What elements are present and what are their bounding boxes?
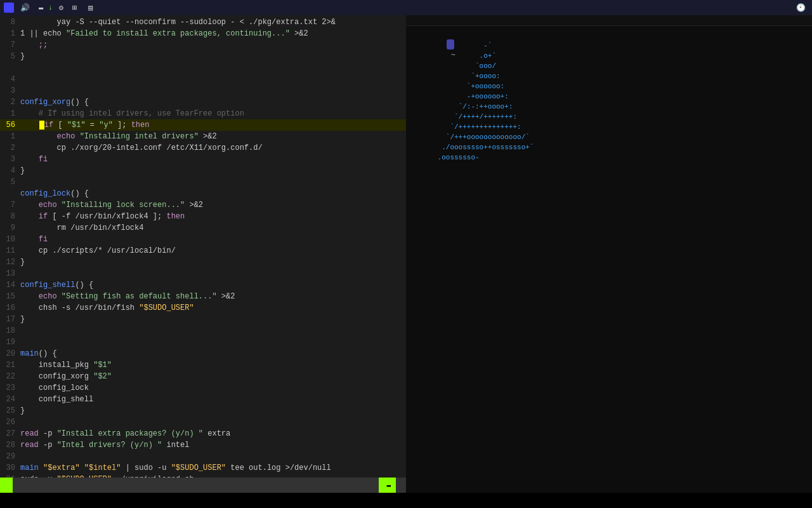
editor-pct: ▬ xyxy=(379,478,396,493)
table-row: 27 read -p "Install extra packages? (y/n… xyxy=(0,428,406,439)
table-row: 2 config_xorg() { xyxy=(0,97,406,108)
table-row: 11 cp ./scripts/* /usr/local/bin/ xyxy=(0,245,406,257)
battery-arrow: ↓ xyxy=(48,4,53,11)
volume-icon: 🔊 xyxy=(20,3,30,13)
table-row: 13 xyxy=(0,268,406,279)
cpu-icon: ⚙ xyxy=(59,3,63,13)
terminal-content[interactable]: ~ -` .o+` `ooo/ `+oooo: `+oooooo: -+oooo… xyxy=(406,26,812,493)
table-row: · config_lock() { xyxy=(0,188,406,199)
topbar: 🔊 ▬ ↓ ⚙ ⊞ ▤ 🕙 xyxy=(0,0,812,15)
table-row: 1 # If using intel drivers, use TearFree… xyxy=(0,108,406,119)
statusbar: ▬ xyxy=(0,478,406,493)
table-row: 25 } xyxy=(0,405,406,417)
table-row: 19 xyxy=(0,337,406,348)
net-segment: ⊞ xyxy=(72,3,82,13)
table-row: 10 fi xyxy=(0,234,406,245)
clock-segment: 🕙 xyxy=(796,3,808,13)
table-row: 5 } xyxy=(0,51,406,62)
table-row: 14 config_shell() { xyxy=(0,279,406,291)
terminal-title-bar xyxy=(406,15,812,26)
table-row: 1 echo "Installing intel drivers" >&2 xyxy=(0,131,406,142)
table-row: 21 install_pkg "$1" xyxy=(0,359,406,371)
table-row: 26 xyxy=(0,417,406,428)
table-row: 22 config_xorg "$2" xyxy=(0,371,406,382)
table-row: 1 1 || echo "Failed to install extra pac… xyxy=(0,28,406,39)
table-row: 2 cp ./xorg/20-intel.conf /etc/X11/xorg.… xyxy=(0,142,406,154)
ram-segment: ▤ xyxy=(88,3,95,13)
main-area: 8 yay -S --quiet --noconfirm --sudoloop … xyxy=(0,15,812,493)
table-row: 3 xyxy=(0,85,406,97)
editor-mode xyxy=(0,478,13,493)
table-row: 5 xyxy=(0,177,406,188)
neofetch-output: -` .o+` `ooo/ `+oooo: `+oooooo: -+oooooo… xyxy=(410,41,808,163)
code-content[interactable]: 8 yay -S --quiet --noconfirm --sudoloop … xyxy=(0,15,406,478)
table-row: 4 } xyxy=(0,165,406,177)
battery-icon: ▬ xyxy=(39,3,43,12)
table-row: 3 fi xyxy=(0,154,406,165)
table-row: 9 rm /usr/bin/xflock4 xyxy=(0,222,406,234)
net-icon: ⊞ xyxy=(72,3,77,13)
table-row: 20 main() { xyxy=(0,348,406,359)
clock-icon: 🕙 xyxy=(796,3,806,13)
code-editor[interactable]: 8 yay -S --quiet --noconfirm --sudoloop … xyxy=(0,15,406,493)
table-row: 29 xyxy=(0,451,406,462)
table-row: 23 config_lock xyxy=(0,382,406,394)
term-prompt-line: ~ xyxy=(410,29,808,39)
arch-logo: -` .o+` `ooo/ `+oooo: `+oooooo: -+oooooo… xyxy=(410,41,606,163)
os-icon xyxy=(4,3,14,13)
volume-segment: 🔊 xyxy=(20,3,32,13)
table-row: 30 main "$extra" "$intel" | sudo -u "$SU… xyxy=(0,462,406,474)
table-row: 7 ;; xyxy=(0,39,406,51)
cpu-segment: ⚙ xyxy=(59,3,66,13)
ram-icon: ▤ xyxy=(88,3,93,13)
table-row: 28 read -p "Intel drivers? (y/n) " intel xyxy=(0,439,406,451)
table-row: 7 echo "Installing lock screen..." >&2 xyxy=(0,199,406,211)
table-row: 15 echo "Setting fish as default shell..… xyxy=(0,291,406,302)
table-row: · xyxy=(0,62,406,74)
battery-segment: ▬ ↓ xyxy=(39,3,53,12)
table-row: 8 if [ -f /usr/bin/xflock4 ]; then xyxy=(0,211,406,222)
terminal-panel[interactable]: ~ -` .o+` `ooo/ `+oooo: `+oooooo: -+oooo… xyxy=(406,15,812,493)
table-row: 8 yay -S --quiet --noconfirm --sudoloop … xyxy=(0,17,406,28)
table-row: 12 } xyxy=(0,257,406,268)
table-row: 18 xyxy=(0,325,406,337)
table-row: 17 } xyxy=(0,314,406,325)
table-row: 4 xyxy=(0,74,406,85)
table-row: 24 config_shell xyxy=(0,394,406,405)
current-code-line: 56 if [ "$1" = "y" ]; then xyxy=(0,119,406,131)
table-row: 16 chsh -s /usr/bin/fish "$SUDO_USER" xyxy=(0,302,406,314)
